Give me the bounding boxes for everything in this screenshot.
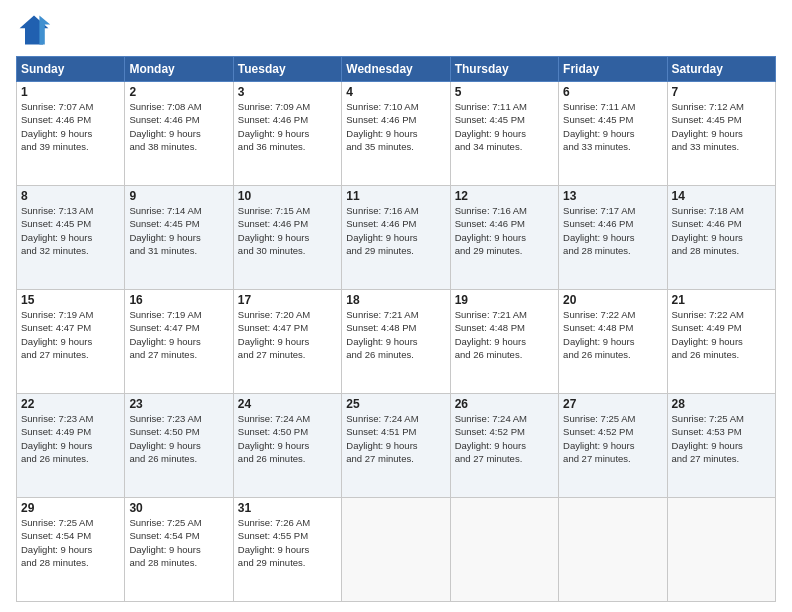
calendar-table: SundayMondayTuesdayWednesdayThursdayFrid… bbox=[16, 56, 776, 602]
day-info: Sunrise: 7:24 AM Sunset: 4:51 PM Dayligh… bbox=[346, 412, 445, 465]
calendar-day-cell: 6Sunrise: 7:11 AM Sunset: 4:45 PM Daylig… bbox=[559, 82, 667, 186]
day-info: Sunrise: 7:25 AM Sunset: 4:52 PM Dayligh… bbox=[563, 412, 662, 465]
calendar-day-cell: 20Sunrise: 7:22 AM Sunset: 4:48 PM Dayli… bbox=[559, 290, 667, 394]
day-info: Sunrise: 7:19 AM Sunset: 4:47 PM Dayligh… bbox=[21, 308, 120, 361]
day-info: Sunrise: 7:25 AM Sunset: 4:54 PM Dayligh… bbox=[21, 516, 120, 569]
day-info: Sunrise: 7:14 AM Sunset: 4:45 PM Dayligh… bbox=[129, 204, 228, 257]
empty-cell bbox=[342, 498, 450, 602]
day-number: 16 bbox=[129, 293, 228, 307]
day-number: 4 bbox=[346, 85, 445, 99]
calendar-day-cell: 1Sunrise: 7:07 AM Sunset: 4:46 PM Daylig… bbox=[17, 82, 125, 186]
day-number: 29 bbox=[21, 501, 120, 515]
day-info: Sunrise: 7:17 AM Sunset: 4:46 PM Dayligh… bbox=[563, 204, 662, 257]
day-info: Sunrise: 7:21 AM Sunset: 4:48 PM Dayligh… bbox=[455, 308, 554, 361]
calendar-day-cell: 3Sunrise: 7:09 AM Sunset: 4:46 PM Daylig… bbox=[233, 82, 341, 186]
weekday-header-sunday: Sunday bbox=[17, 57, 125, 82]
empty-cell bbox=[559, 498, 667, 602]
header bbox=[16, 12, 776, 48]
calendar-day-cell: 4Sunrise: 7:10 AM Sunset: 4:46 PM Daylig… bbox=[342, 82, 450, 186]
day-number: 14 bbox=[672, 189, 771, 203]
day-number: 22 bbox=[21, 397, 120, 411]
weekday-header-wednesday: Wednesday bbox=[342, 57, 450, 82]
day-info: Sunrise: 7:25 AM Sunset: 4:54 PM Dayligh… bbox=[129, 516, 228, 569]
calendar-day-cell: 17Sunrise: 7:20 AM Sunset: 4:47 PM Dayli… bbox=[233, 290, 341, 394]
day-number: 11 bbox=[346, 189, 445, 203]
calendar-day-cell: 28Sunrise: 7:25 AM Sunset: 4:53 PM Dayli… bbox=[667, 394, 775, 498]
day-info: Sunrise: 7:16 AM Sunset: 4:46 PM Dayligh… bbox=[346, 204, 445, 257]
calendar-day-cell: 21Sunrise: 7:22 AM Sunset: 4:49 PM Dayli… bbox=[667, 290, 775, 394]
day-number: 10 bbox=[238, 189, 337, 203]
day-number: 7 bbox=[672, 85, 771, 99]
weekday-header-row: SundayMondayTuesdayWednesdayThursdayFrid… bbox=[17, 57, 776, 82]
calendar-day-cell: 11Sunrise: 7:16 AM Sunset: 4:46 PM Dayli… bbox=[342, 186, 450, 290]
day-info: Sunrise: 7:22 AM Sunset: 4:48 PM Dayligh… bbox=[563, 308, 662, 361]
day-info: Sunrise: 7:16 AM Sunset: 4:46 PM Dayligh… bbox=[455, 204, 554, 257]
calendar-week-row: 15Sunrise: 7:19 AM Sunset: 4:47 PM Dayli… bbox=[17, 290, 776, 394]
calendar-day-cell: 23Sunrise: 7:23 AM Sunset: 4:50 PM Dayli… bbox=[125, 394, 233, 498]
day-number: 25 bbox=[346, 397, 445, 411]
day-info: Sunrise: 7:10 AM Sunset: 4:46 PM Dayligh… bbox=[346, 100, 445, 153]
day-number: 31 bbox=[238, 501, 337, 515]
svg-marker-1 bbox=[39, 16, 50, 45]
calendar-day-cell: 19Sunrise: 7:21 AM Sunset: 4:48 PM Dayli… bbox=[450, 290, 558, 394]
day-info: Sunrise: 7:08 AM Sunset: 4:46 PM Dayligh… bbox=[129, 100, 228, 153]
day-info: Sunrise: 7:18 AM Sunset: 4:46 PM Dayligh… bbox=[672, 204, 771, 257]
calendar-week-row: 8Sunrise: 7:13 AM Sunset: 4:45 PM Daylig… bbox=[17, 186, 776, 290]
day-info: Sunrise: 7:25 AM Sunset: 4:53 PM Dayligh… bbox=[672, 412, 771, 465]
calendar-week-row: 22Sunrise: 7:23 AM Sunset: 4:49 PM Dayli… bbox=[17, 394, 776, 498]
calendar-day-cell: 22Sunrise: 7:23 AM Sunset: 4:49 PM Dayli… bbox=[17, 394, 125, 498]
day-number: 9 bbox=[129, 189, 228, 203]
weekday-header-friday: Friday bbox=[559, 57, 667, 82]
day-number: 18 bbox=[346, 293, 445, 307]
day-number: 12 bbox=[455, 189, 554, 203]
day-number: 15 bbox=[21, 293, 120, 307]
day-number: 8 bbox=[21, 189, 120, 203]
day-number: 17 bbox=[238, 293, 337, 307]
day-number: 27 bbox=[563, 397, 662, 411]
logo bbox=[16, 12, 56, 48]
day-number: 19 bbox=[455, 293, 554, 307]
day-info: Sunrise: 7:23 AM Sunset: 4:49 PM Dayligh… bbox=[21, 412, 120, 465]
calendar-day-cell: 12Sunrise: 7:16 AM Sunset: 4:46 PM Dayli… bbox=[450, 186, 558, 290]
calendar-day-cell: 25Sunrise: 7:24 AM Sunset: 4:51 PM Dayli… bbox=[342, 394, 450, 498]
day-info: Sunrise: 7:22 AM Sunset: 4:49 PM Dayligh… bbox=[672, 308, 771, 361]
day-number: 21 bbox=[672, 293, 771, 307]
empty-cell bbox=[667, 498, 775, 602]
day-number: 6 bbox=[563, 85, 662, 99]
day-info: Sunrise: 7:24 AM Sunset: 4:50 PM Dayligh… bbox=[238, 412, 337, 465]
weekday-header-thursday: Thursday bbox=[450, 57, 558, 82]
calendar-day-cell: 26Sunrise: 7:24 AM Sunset: 4:52 PM Dayli… bbox=[450, 394, 558, 498]
calendar-day-cell: 29Sunrise: 7:25 AM Sunset: 4:54 PM Dayli… bbox=[17, 498, 125, 602]
day-number: 20 bbox=[563, 293, 662, 307]
day-number: 5 bbox=[455, 85, 554, 99]
calendar-week-row: 29Sunrise: 7:25 AM Sunset: 4:54 PM Dayli… bbox=[17, 498, 776, 602]
calendar-body: 1Sunrise: 7:07 AM Sunset: 4:46 PM Daylig… bbox=[17, 82, 776, 602]
calendar-day-cell: 7Sunrise: 7:12 AM Sunset: 4:45 PM Daylig… bbox=[667, 82, 775, 186]
day-info: Sunrise: 7:23 AM Sunset: 4:50 PM Dayligh… bbox=[129, 412, 228, 465]
day-info: Sunrise: 7:13 AM Sunset: 4:45 PM Dayligh… bbox=[21, 204, 120, 257]
day-info: Sunrise: 7:15 AM Sunset: 4:46 PM Dayligh… bbox=[238, 204, 337, 257]
day-number: 26 bbox=[455, 397, 554, 411]
calendar-day-cell: 9Sunrise: 7:14 AM Sunset: 4:45 PM Daylig… bbox=[125, 186, 233, 290]
day-number: 28 bbox=[672, 397, 771, 411]
day-info: Sunrise: 7:21 AM Sunset: 4:48 PM Dayligh… bbox=[346, 308, 445, 361]
day-number: 24 bbox=[238, 397, 337, 411]
empty-cell bbox=[450, 498, 558, 602]
calendar-day-cell: 24Sunrise: 7:24 AM Sunset: 4:50 PM Dayli… bbox=[233, 394, 341, 498]
calendar-day-cell: 2Sunrise: 7:08 AM Sunset: 4:46 PM Daylig… bbox=[125, 82, 233, 186]
day-info: Sunrise: 7:20 AM Sunset: 4:47 PM Dayligh… bbox=[238, 308, 337, 361]
calendar-day-cell: 10Sunrise: 7:15 AM Sunset: 4:46 PM Dayli… bbox=[233, 186, 341, 290]
calendar-day-cell: 15Sunrise: 7:19 AM Sunset: 4:47 PM Dayli… bbox=[17, 290, 125, 394]
calendar-day-cell: 14Sunrise: 7:18 AM Sunset: 4:46 PM Dayli… bbox=[667, 186, 775, 290]
day-number: 3 bbox=[238, 85, 337, 99]
weekday-header-saturday: Saturday bbox=[667, 57, 775, 82]
day-info: Sunrise: 7:24 AM Sunset: 4:52 PM Dayligh… bbox=[455, 412, 554, 465]
day-number: 30 bbox=[129, 501, 228, 515]
calendar-day-cell: 8Sunrise: 7:13 AM Sunset: 4:45 PM Daylig… bbox=[17, 186, 125, 290]
day-info: Sunrise: 7:19 AM Sunset: 4:47 PM Dayligh… bbox=[129, 308, 228, 361]
day-number: 23 bbox=[129, 397, 228, 411]
day-number: 13 bbox=[563, 189, 662, 203]
calendar-week-row: 1Sunrise: 7:07 AM Sunset: 4:46 PM Daylig… bbox=[17, 82, 776, 186]
day-info: Sunrise: 7:11 AM Sunset: 4:45 PM Dayligh… bbox=[563, 100, 662, 153]
logo-icon bbox=[16, 12, 52, 48]
